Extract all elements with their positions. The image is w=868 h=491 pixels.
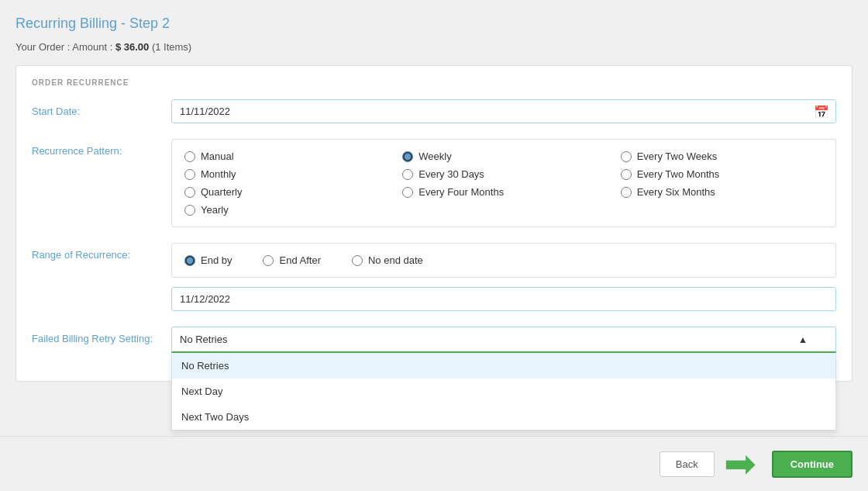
radio-every-months-input[interactable] [621, 187, 632, 198]
radio-end-after-label: End After [279, 254, 320, 266]
radio-yearly[interactable]: Yearly [184, 204, 387, 216]
radio-end-after[interactable]: End After [263, 254, 320, 266]
billing-retry-row: Failed Billing Retry Setting: No Retries… [32, 327, 836, 353]
billing-retry-control: No Retries ▲ No Retries Next Day Next Tw… [171, 327, 836, 353]
radio-every-two-weeks[interactable]: Every Two Weeks [621, 150, 823, 162]
radio-every-two-months[interactable]: Every Two Months [621, 168, 823, 180]
radio-every-four-months-input[interactable] [402, 187, 413, 198]
range-recurrence-row: Range of Recurrence: End by End After No… [32, 243, 836, 311]
retry-dropdown-menu: No Retries Next Day Next Two Days [171, 353, 836, 430]
radio-every-months[interactable]: Every Six Months [621, 186, 823, 198]
recurrence-grid: Manual Weekly Every Two Weeks Monthly [171, 139, 836, 227]
start-date-control: 11/11/2022 📅 [171, 99, 836, 123]
radio-end-after-input[interactable] [263, 255, 274, 266]
radio-no-end-date-input[interactable] [352, 255, 363, 266]
radio-every-two-weeks-input[interactable] [621, 151, 632, 162]
radio-every-four-months-label: Every Four Months [418, 186, 504, 198]
radio-every-30-days-label: Every 30 Days [418, 168, 484, 180]
radio-quarterly-input[interactable] [184, 187, 195, 198]
end-date-input[interactable]: 11/12/2022 [171, 287, 836, 311]
radio-end-by-input[interactable] [184, 255, 195, 266]
recurrence-pattern-label: Recurrence Pattern: [32, 139, 171, 157]
range-recurrence-control: End by End After No end date 11/12/2022 [171, 243, 836, 311]
radio-every-two-months-label: Every Two Months [637, 168, 720, 180]
start-date-input[interactable]: 11/11/2022 📅 [171, 99, 836, 123]
radio-quarterly[interactable]: Quarterly [184, 186, 387, 198]
radio-end-by-label: End by [201, 254, 232, 266]
retry-dropdown: No Retries ▲ No Retries Next Day Next Tw… [171, 327, 836, 353]
radio-manual[interactable]: Manual [184, 150, 387, 162]
radio-weekly-input[interactable] [402, 151, 413, 162]
radio-quarterly-label: Quarterly [201, 186, 242, 198]
recurrence-pattern-control: Manual Weekly Every Two Weeks Monthly [171, 139, 836, 227]
start-date-row: Start Date: 11/11/2022 📅 [32, 99, 836, 123]
main-card: ORDER RECURRENCE Start Date: 11/11/2022 … [16, 65, 852, 382]
continue-arrow-icon: ➡ [724, 444, 756, 483]
chevron-up-icon: ▲ [798, 334, 808, 345]
recurrence-pattern-row: Recurrence Pattern: Manual Weekly Every … [32, 139, 836, 227]
range-recurrence-label: Range of Recurrence: [32, 243, 171, 261]
order-items-count: (1 Items) [152, 41, 191, 53]
start-date-value: 11/11/2022 [180, 105, 230, 117]
order-info-label: Your Order : Amount : [16, 41, 115, 53]
range-grid: End by End After No end date [171, 243, 836, 278]
radio-every-two-weeks-label: Every Two Weeks [637, 150, 718, 162]
radio-no-end-date[interactable]: No end date [352, 254, 423, 266]
start-date-label: Start Date: [32, 99, 171, 117]
section-label: ORDER RECURRENCE [32, 78, 836, 87]
radio-yearly-label: Yearly [201, 204, 229, 216]
dropdown-item-no-retries[interactable]: No Retries [172, 353, 835, 379]
radio-every-four-months[interactable]: Every Four Months [402, 186, 604, 198]
radio-every-30-days-input[interactable] [402, 169, 413, 180]
footer-area: Back ➡ Continue [0, 436, 868, 491]
radio-every-months-label: Every Six Months [637, 186, 715, 198]
retry-dropdown-selected[interactable]: No Retries ▲ [171, 327, 836, 353]
page-wrapper: Recurring Billing - Step 2 Your Order : … [0, 0, 868, 491]
dropdown-item-next-two-days[interactable]: Next Two Days [172, 404, 835, 430]
radio-manual-label: Manual [201, 150, 234, 162]
calendar-icon[interactable]: 📅 [814, 104, 829, 119]
dropdown-item-next-day[interactable]: Next Day [172, 379, 835, 404]
radio-monthly[interactable]: Monthly [184, 168, 387, 180]
radio-monthly-input[interactable] [184, 169, 195, 180]
end-date-value: 11/12/2022 [180, 293, 230, 305]
radio-weekly[interactable]: Weekly [402, 150, 604, 162]
billing-retry-label: Failed Billing Retry Setting: [32, 327, 171, 344]
order-amount-value: $ 36.00 [115, 41, 149, 53]
radio-no-end-date-label: No end date [368, 254, 423, 266]
radio-monthly-label: Monthly [201, 168, 236, 180]
radio-manual-input[interactable] [184, 151, 195, 162]
radio-end-by[interactable]: End by [184, 254, 232, 266]
radio-yearly-input[interactable] [184, 205, 195, 216]
page-title: Recurring Billing - Step 2 [16, 16, 852, 32]
back-button[interactable]: Back [660, 451, 715, 477]
continue-button[interactable]: Continue [772, 451, 852, 478]
radio-every-two-months-input[interactable] [621, 169, 632, 180]
radio-every-30-days[interactable]: Every 30 Days [402, 168, 604, 180]
order-info: Your Order : Amount : $ 36.00 (1 Items) [16, 41, 852, 53]
retry-dropdown-value: No Retries [180, 334, 227, 345]
radio-weekly-label: Weekly [418, 150, 451, 162]
